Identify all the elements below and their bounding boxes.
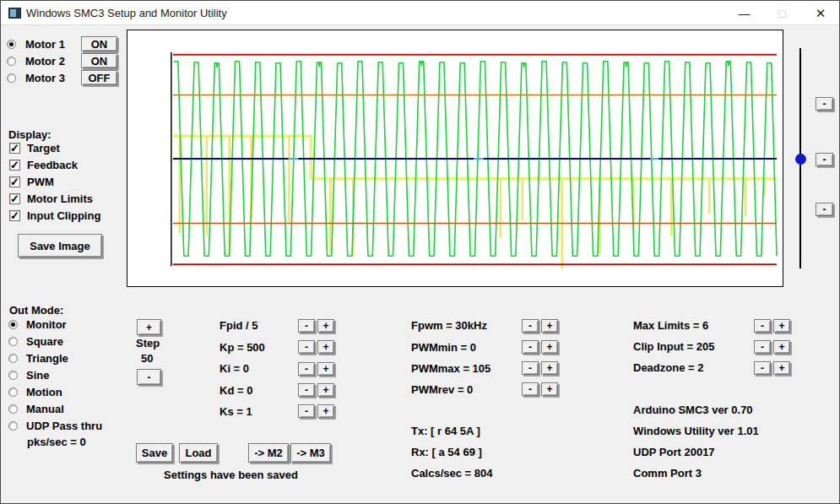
fpwm-minus-button[interactable]: - bbox=[522, 319, 539, 333]
pwmrev-minus-button[interactable]: - bbox=[522, 382, 539, 396]
kp-plus-button[interactable]: + bbox=[317, 340, 334, 354]
scale-upper-minus-button[interactable]: - bbox=[816, 97, 833, 111]
minimize-icon[interactable]: — bbox=[725, 1, 763, 25]
motor-limits-checkbox-label[interactable]: Motor Limits bbox=[27, 192, 93, 205]
scale-lower-minus-button[interactable]: - bbox=[816, 203, 833, 216]
pwmmax-value: PWMmax = 105 bbox=[411, 362, 490, 375]
pwmrev-plus-button[interactable]: + bbox=[541, 382, 558, 396]
out-mode-monitor-radio[interactable] bbox=[8, 320, 18, 329]
clip-input-plus-button[interactable]: + bbox=[773, 340, 790, 354]
out-mode-sine-radio[interactable] bbox=[8, 371, 18, 380]
kp-value: Kp = 500 bbox=[219, 341, 265, 354]
pks-per-sec-value: pks/sec = 0 bbox=[27, 436, 86, 448]
out-mode-square-radio[interactable] bbox=[8, 337, 18, 346]
pwm-checkbox-label[interactable]: PWM bbox=[27, 176, 54, 188]
display-heading: Display: bbox=[8, 128, 51, 141]
feedback-checkbox-label[interactable]: Feedback bbox=[27, 159, 78, 171]
motor-limits-checkbox[interactable] bbox=[9, 193, 20, 204]
pwmmin-plus-button[interactable]: + bbox=[541, 340, 558, 354]
input-clipping-checkbox-label[interactable]: Input Clipping bbox=[27, 209, 100, 222]
feedback-checkbox[interactable] bbox=[9, 160, 20, 171]
motor-3-label[interactable]: Motor 3 bbox=[25, 72, 65, 84]
motor-2-power-button[interactable]: ON bbox=[81, 53, 117, 68]
out-mode-monitor-label[interactable]: Monitor bbox=[26, 318, 67, 331]
out-mode-triangle-label[interactable]: Triangle bbox=[26, 352, 68, 365]
ks-plus-button[interactable]: + bbox=[317, 404, 334, 418]
out-mode-manual-label[interactable]: Manual bbox=[26, 403, 64, 415]
settings-status-text: Settings have been saved bbox=[164, 469, 298, 481]
copy-to-m3-button[interactable]: -> M3 bbox=[290, 443, 331, 463]
pwmmin-value: PWMmin = 0 bbox=[411, 341, 476, 354]
fpid-minus-button[interactable]: - bbox=[298, 319, 315, 333]
rx-readout: Rx: [ a 54 69 ] bbox=[411, 446, 482, 458]
pwm-checkbox[interactable] bbox=[9, 176, 20, 187]
deadzone-plus-button[interactable]: + bbox=[773, 361, 790, 375]
pwmmax-plus-button[interactable]: + bbox=[541, 361, 558, 375]
load-button[interactable]: Load bbox=[179, 443, 218, 463]
copy-to-m2-button[interactable]: -> M2 bbox=[248, 443, 289, 463]
pwmrev-value: PWMrev = 0 bbox=[411, 383, 473, 396]
clip-input-minus-button[interactable]: - bbox=[754, 340, 771, 354]
step-value: 50 bbox=[141, 352, 153, 365]
max-limits-plus-button[interactable]: + bbox=[773, 319, 790, 333]
motor-1-radio[interactable] bbox=[7, 40, 16, 49]
out-mode-udp-label[interactable]: UDP Pass thru bbox=[26, 420, 102, 432]
save-button[interactable]: Save bbox=[136, 443, 173, 463]
ki-minus-button[interactable]: - bbox=[298, 362, 315, 376]
kd-minus-button[interactable]: - bbox=[298, 383, 315, 397]
out-mode-manual-radio[interactable] bbox=[8, 404, 18, 414]
motor-2-label[interactable]: Motor 2 bbox=[25, 55, 65, 68]
comm-port-text: Comm Port 3 bbox=[633, 467, 702, 480]
target-checkbox[interactable] bbox=[9, 143, 20, 154]
deadzone-value: Deadzone = 2 bbox=[633, 361, 703, 374]
clip-input-value: Clip Input = 205 bbox=[633, 340, 714, 353]
calcs-per-sec-readout: Calcs/sec = 804 bbox=[411, 467, 493, 480]
max-limits-minus-button[interactable]: - bbox=[754, 319, 771, 333]
target-checkbox-label[interactable]: Target bbox=[27, 142, 60, 154]
input-clipping-checkbox[interactable] bbox=[9, 210, 20, 221]
deadzone-minus-button[interactable]: - bbox=[754, 361, 771, 375]
maximize-icon: □ bbox=[763, 1, 801, 25]
ks-minus-button[interactable]: - bbox=[298, 404, 315, 418]
ks-value: Ks = 1 bbox=[219, 405, 252, 418]
window-title: Windows SMC3 Setup and Monitor Utility bbox=[26, 7, 227, 19]
fpwm-value: Fpwm = 30kHz bbox=[411, 319, 487, 332]
scale-center-minus-button[interactable]: - bbox=[816, 153, 833, 166]
udp-port-text: UDP Port 20017 bbox=[633, 446, 715, 458]
fpid-plus-button[interactable]: + bbox=[317, 319, 334, 333]
kp-minus-button[interactable]: - bbox=[298, 340, 315, 354]
pwmmax-minus-button[interactable]: - bbox=[522, 361, 539, 375]
arduino-version-text: Arduino SMC3 ver 0.70 bbox=[633, 404, 753, 416]
out-mode-motion-radio[interactable] bbox=[8, 387, 18, 397]
utility-version-text: Windows Utility ver 1.01 bbox=[633, 425, 759, 437]
ki-plus-button[interactable]: + bbox=[317, 362, 334, 376]
step-label: Step bbox=[136, 337, 160, 350]
out-mode-square-label[interactable]: Square bbox=[26, 335, 63, 348]
ki-value: Ki = 0 bbox=[219, 362, 249, 375]
kd-plus-button[interactable]: + bbox=[317, 383, 334, 397]
motor-2-radio[interactable] bbox=[7, 57, 16, 66]
motor-3-radio[interactable] bbox=[7, 73, 16, 83]
motor-1-power-button[interactable]: ON bbox=[81, 36, 117, 51]
step-minus-button[interactable]: - bbox=[137, 369, 161, 385]
fpid-value: Fpid / 5 bbox=[219, 319, 258, 332]
scale-slider-thumb[interactable] bbox=[795, 154, 806, 165]
out-mode-triangle-radio[interactable] bbox=[8, 354, 18, 363]
motor-3-power-button[interactable]: OFF bbox=[81, 70, 117, 85]
close-icon[interactable]: ✕ bbox=[801, 1, 840, 25]
pwmmin-minus-button[interactable]: - bbox=[522, 340, 539, 354]
tx-readout: Tx: [ r 64 5A ] bbox=[411, 425, 480, 437]
motor-1-label[interactable]: Motor 1 bbox=[25, 38, 65, 51]
scope-display bbox=[127, 30, 783, 287]
title-bar: Windows SMC3 Setup and Monitor Utility —… bbox=[1, 1, 839, 25]
out-mode-motion-label[interactable]: Motion bbox=[26, 386, 62, 398]
max-limits-value: Max Limits = 6 bbox=[633, 319, 708, 332]
save-image-button[interactable]: Save Image bbox=[18, 234, 102, 257]
step-plus-button[interactable]: + bbox=[137, 319, 161, 335]
out-mode-sine-label[interactable]: Sine bbox=[26, 369, 49, 382]
fpwm-plus-button[interactable]: + bbox=[541, 319, 558, 333]
app-icon bbox=[8, 8, 21, 19]
out-mode-udp-radio[interactable] bbox=[8, 421, 18, 431]
smc3-window: Windows SMC3 Setup and Monitor Utility —… bbox=[0, 0, 840, 504]
out-mode-heading: Out Mode: bbox=[9, 304, 63, 317]
